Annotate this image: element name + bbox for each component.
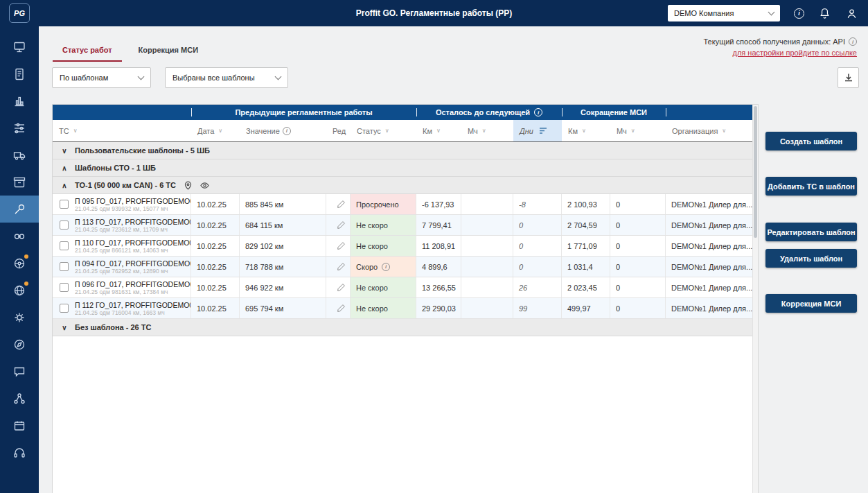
cell-org: DEMO№1 Дилер для... — [666, 277, 753, 297]
company-select[interactable]: DEMO Компания — [668, 5, 780, 21]
group-row-no-template[interactable]: Без шаблона - 26 ТС — [53, 319, 753, 336]
download-button[interactable] — [838, 67, 859, 88]
column-header-status[interactable]: Статус — [351, 120, 416, 141]
sidebar-item-transport[interactable] — [0, 141, 39, 168]
globe-icon — [12, 284, 26, 297]
sidebar-item-maintenance[interactable] — [0, 196, 39, 223]
row-checkbox[interactable] — [60, 241, 69, 250]
cell-km-left: 13 266,55 — [416, 277, 461, 297]
chevron-down-icon — [768, 9, 775, 16]
eye-icon[interactable] — [200, 181, 209, 190]
add-tc-to-template-button[interactable]: Добавить ТС в шаблон — [765, 177, 857, 196]
group-row-to1-template[interactable]: ТО-1 (50 000 км CAN) - 6 ТС — [53, 177, 753, 194]
cell-org: DEMO№1 Дилер для... — [666, 215, 753, 235]
cell-km-left: 11 208,91 — [416, 236, 461, 256]
edit-pencil-icon[interactable] — [337, 220, 346, 230]
column-header-mch-left[interactable]: Мч — [461, 120, 513, 141]
info-icon[interactable] — [794, 8, 804, 19]
reports-icon — [12, 94, 26, 108]
grouping-select[interactable]: По шаблонам — [52, 67, 151, 88]
tc-name: П 110 ГО_017, PROFFITGODEMO0110 — [75, 239, 191, 247]
scrollbar-thumb[interactable] — [754, 106, 757, 238]
band-remaining: Осталось до следующей — [416, 105, 562, 120]
column-header-mch-reduction[interactable]: Мч — [610, 120, 666, 141]
group-row-user-templates[interactable]: Пользовательские шаблоны - 5 ШБ — [53, 142, 753, 159]
sidebar-item-reports[interactable] — [0, 87, 39, 114]
cell-value: 829 102 км — [240, 236, 326, 256]
chat-icon — [12, 365, 26, 379]
column-header-km-left[interactable]: Км — [416, 120, 461, 141]
dashboard-icon — [12, 40, 26, 54]
vertical-scrollbar[interactable] — [752, 105, 758, 493]
tab-status-rabot[interactable]: Статус работ — [53, 42, 122, 62]
sidebar-item-dashboard[interactable] — [0, 33, 39, 60]
chevron-down-icon — [138, 73, 145, 80]
edit-pencil-icon[interactable] — [337, 200, 346, 209]
create-template-button[interactable]: Создать шаблон — [765, 132, 857, 150]
network-icon — [12, 392, 26, 406]
row-checkbox[interactable] — [60, 220, 69, 230]
sidebar-item-mechanics[interactable] — [0, 304, 39, 331]
edit-pencil-icon[interactable] — [337, 262, 346, 271]
sidebar-item-calendar[interactable] — [0, 412, 39, 439]
delete-template-button[interactable]: Удалить шаблон — [765, 249, 857, 268]
link-icon — [12, 230, 26, 243]
column-header-edit: Ред — [326, 120, 351, 141]
cell-mch-left — [461, 194, 513, 214]
cell-km-left: -6 137,93 — [416, 194, 461, 214]
user-icon[interactable] — [845, 7, 858, 20]
tc-name: П 112 ГО_017, PROFFITGODEMO0112 — [75, 301, 191, 309]
action-panel: Создать шаблон Добавить ТС в шаблон Реда… — [759, 104, 868, 313]
row-checkbox[interactable] — [60, 304, 69, 313]
sidebar-item-monitoring[interactable] — [0, 277, 39, 304]
location-pin-icon[interactable] — [184, 181, 193, 190]
cell-value: 695 794 км — [240, 298, 326, 318]
column-header-km-reduction[interactable]: Км — [562, 120, 610, 141]
info-icon[interactable] — [283, 127, 291, 135]
notifications-bell-icon[interactable] — [818, 7, 831, 20]
chevron-down-icon — [275, 73, 282, 80]
edit-pencil-icon[interactable] — [337, 283, 346, 292]
cell-org: DEMO№1 Дилер для... — [666, 194, 753, 214]
sidebar-item-messages[interactable] — [0, 358, 39, 385]
cell-date: 10.02.25 — [191, 215, 240, 235]
compass-icon — [12, 338, 26, 352]
sidebar-item-network[interactable] — [0, 385, 39, 412]
steering-wheel-icon — [12, 257, 26, 270]
row-checkbox[interactable] — [60, 200, 69, 209]
sort-icon[interactable] — [539, 127, 548, 135]
column-header-org[interactable]: Организация — [666, 120, 753, 141]
band-msi-reduction: Сокращение МСИ — [562, 105, 666, 120]
edit-template-button[interactable]: Редактировать шаблон — [765, 223, 857, 241]
table-empty-area — [53, 336, 753, 493]
sidebar-item-navigation[interactable] — [0, 331, 39, 358]
column-header-value[interactable]: Значение — [240, 120, 326, 141]
tc-subtext: 21.04.25 одм 981631 км, 17384 мч — [75, 288, 191, 295]
row-checkbox[interactable] — [60, 283, 69, 292]
info-icon[interactable] — [849, 37, 857, 46]
datasource-settings-link[interactable]: для настройки пройдите по ссылке — [733, 49, 857, 57]
tab-korrekcia-msi[interactable]: Коррекция МСИ — [129, 42, 209, 62]
sidebar-item-documents[interactable] — [0, 60, 39, 87]
info-icon[interactable] — [534, 108, 542, 116]
row-checkbox[interactable] — [60, 262, 69, 271]
edit-pencil-icon[interactable] — [337, 241, 346, 250]
edit-pencil-icon[interactable] — [337, 304, 346, 313]
sidebar-item-driving[interactable] — [0, 250, 39, 277]
sidebar-item-integrations[interactable] — [0, 223, 39, 250]
templates-select[interactable]: Выбраны все шаблоны — [165, 67, 288, 88]
cell-value: 684 115 км — [240, 215, 326, 235]
sidebar-item-settings[interactable] — [0, 114, 39, 141]
column-header-days[interactable]: Дни — [513, 120, 562, 141]
sidebar-item-warehouse[interactable] — [0, 168, 39, 196]
sidebar-item-support[interactable] — [0, 439, 39, 466]
msi-correction-button[interactable]: Коррекция МСИ — [765, 294, 857, 313]
sidebar — [0, 26, 39, 493]
cell-date: 10.02.25 — [191, 236, 240, 256]
column-header-tc[interactable]: ТС — [53, 120, 191, 141]
info-icon[interactable] — [382, 263, 390, 271]
app-logo-text: PG — [14, 9, 25, 17]
app-logo[interactable]: PG — [9, 3, 30, 23]
column-header-date[interactable]: Дата — [191, 120, 240, 141]
group-row-sto-templates[interactable]: Шаблоны СТО - 1 ШБ — [53, 159, 753, 177]
